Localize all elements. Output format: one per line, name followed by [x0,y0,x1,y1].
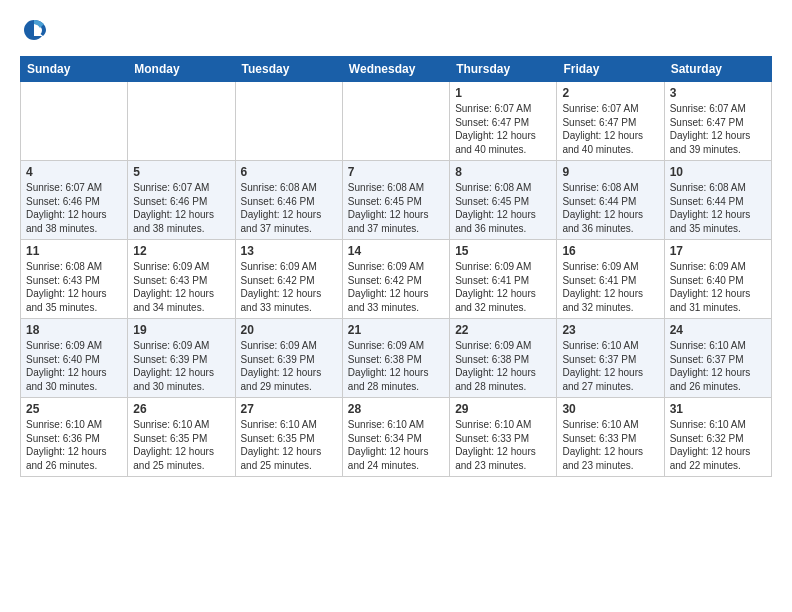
day-number: 2 [562,86,658,100]
page: SundayMondayTuesdayWednesdayThursdayFrid… [0,0,792,487]
day-number: 28 [348,402,444,416]
day-info: Sunrise: 6:10 AM Sunset: 6:36 PM Dayligh… [26,418,122,472]
empty-cell [21,82,128,161]
day-info: Sunrise: 6:09 AM Sunset: 6:40 PM Dayligh… [670,260,766,314]
day-number: 24 [670,323,766,337]
weekday-sunday: Sunday [21,57,128,82]
weekday-header-row: SundayMondayTuesdayWednesdayThursdayFrid… [21,57,772,82]
day-number: 9 [562,165,658,179]
day-info: Sunrise: 6:10 AM Sunset: 6:33 PM Dayligh… [562,418,658,472]
day-cell-10: 10Sunrise: 6:08 AM Sunset: 6:44 PM Dayli… [664,161,771,240]
day-info: Sunrise: 6:09 AM Sunset: 6:39 PM Dayligh… [133,339,229,393]
day-number: 18 [26,323,122,337]
day-cell-27: 27Sunrise: 6:10 AM Sunset: 6:35 PM Dayli… [235,398,342,477]
day-cell-14: 14Sunrise: 6:09 AM Sunset: 6:42 PM Dayli… [342,240,449,319]
day-cell-3: 3Sunrise: 6:07 AM Sunset: 6:47 PM Daylig… [664,82,771,161]
logo [20,16,50,44]
day-cell-15: 15Sunrise: 6:09 AM Sunset: 6:41 PM Dayli… [450,240,557,319]
day-cell-13: 13Sunrise: 6:09 AM Sunset: 6:42 PM Dayli… [235,240,342,319]
day-info: Sunrise: 6:07 AM Sunset: 6:47 PM Dayligh… [562,102,658,156]
empty-cell [235,82,342,161]
day-cell-18: 18Sunrise: 6:09 AM Sunset: 6:40 PM Dayli… [21,319,128,398]
day-number: 10 [670,165,766,179]
day-cell-6: 6Sunrise: 6:08 AM Sunset: 6:46 PM Daylig… [235,161,342,240]
day-number: 20 [241,323,337,337]
weekday-monday: Monday [128,57,235,82]
day-cell-23: 23Sunrise: 6:10 AM Sunset: 6:37 PM Dayli… [557,319,664,398]
day-cell-11: 11Sunrise: 6:08 AM Sunset: 6:43 PM Dayli… [21,240,128,319]
day-info: Sunrise: 6:09 AM Sunset: 6:38 PM Dayligh… [455,339,551,393]
day-number: 14 [348,244,444,258]
day-cell-9: 9Sunrise: 6:08 AM Sunset: 6:44 PM Daylig… [557,161,664,240]
day-info: Sunrise: 6:10 AM Sunset: 6:34 PM Dayligh… [348,418,444,472]
day-number: 15 [455,244,551,258]
day-info: Sunrise: 6:09 AM Sunset: 6:43 PM Dayligh… [133,260,229,314]
day-number: 16 [562,244,658,258]
empty-cell [128,82,235,161]
logo-icon [20,16,48,44]
day-number: 26 [133,402,229,416]
day-cell-25: 25Sunrise: 6:10 AM Sunset: 6:36 PM Dayli… [21,398,128,477]
day-info: Sunrise: 6:10 AM Sunset: 6:35 PM Dayligh… [241,418,337,472]
day-info: Sunrise: 6:08 AM Sunset: 6:43 PM Dayligh… [26,260,122,314]
day-number: 19 [133,323,229,337]
day-number: 25 [26,402,122,416]
day-info: Sunrise: 6:07 AM Sunset: 6:47 PM Dayligh… [455,102,551,156]
weekday-tuesday: Tuesday [235,57,342,82]
day-cell-22: 22Sunrise: 6:09 AM Sunset: 6:38 PM Dayli… [450,319,557,398]
day-info: Sunrise: 6:10 AM Sunset: 6:37 PM Dayligh… [670,339,766,393]
weekday-wednesday: Wednesday [342,57,449,82]
day-info: Sunrise: 6:09 AM Sunset: 6:38 PM Dayligh… [348,339,444,393]
day-info: Sunrise: 6:08 AM Sunset: 6:46 PM Dayligh… [241,181,337,235]
day-number: 29 [455,402,551,416]
day-cell-16: 16Sunrise: 6:09 AM Sunset: 6:41 PM Dayli… [557,240,664,319]
day-number: 30 [562,402,658,416]
day-cell-17: 17Sunrise: 6:09 AM Sunset: 6:40 PM Dayli… [664,240,771,319]
day-cell-24: 24Sunrise: 6:10 AM Sunset: 6:37 PM Dayli… [664,319,771,398]
day-number: 31 [670,402,766,416]
day-number: 22 [455,323,551,337]
day-info: Sunrise: 6:07 AM Sunset: 6:46 PM Dayligh… [26,181,122,235]
week-row-3: 11Sunrise: 6:08 AM Sunset: 6:43 PM Dayli… [21,240,772,319]
empty-cell [342,82,449,161]
day-number: 11 [26,244,122,258]
calendar: SundayMondayTuesdayWednesdayThursdayFrid… [20,56,772,477]
day-cell-21: 21Sunrise: 6:09 AM Sunset: 6:38 PM Dayli… [342,319,449,398]
day-cell-29: 29Sunrise: 6:10 AM Sunset: 6:33 PM Dayli… [450,398,557,477]
day-cell-5: 5Sunrise: 6:07 AM Sunset: 6:46 PM Daylig… [128,161,235,240]
day-info: Sunrise: 6:09 AM Sunset: 6:42 PM Dayligh… [348,260,444,314]
day-info: Sunrise: 6:08 AM Sunset: 6:44 PM Dayligh… [562,181,658,235]
day-number: 6 [241,165,337,179]
day-cell-31: 31Sunrise: 6:10 AM Sunset: 6:32 PM Dayli… [664,398,771,477]
day-number: 13 [241,244,337,258]
day-number: 17 [670,244,766,258]
day-cell-26: 26Sunrise: 6:10 AM Sunset: 6:35 PM Dayli… [128,398,235,477]
day-info: Sunrise: 6:07 AM Sunset: 6:46 PM Dayligh… [133,181,229,235]
day-info: Sunrise: 6:10 AM Sunset: 6:35 PM Dayligh… [133,418,229,472]
day-info: Sunrise: 6:07 AM Sunset: 6:47 PM Dayligh… [670,102,766,156]
week-row-5: 25Sunrise: 6:10 AM Sunset: 6:36 PM Dayli… [21,398,772,477]
day-cell-30: 30Sunrise: 6:10 AM Sunset: 6:33 PM Dayli… [557,398,664,477]
day-cell-2: 2Sunrise: 6:07 AM Sunset: 6:47 PM Daylig… [557,82,664,161]
day-info: Sunrise: 6:09 AM Sunset: 6:40 PM Dayligh… [26,339,122,393]
day-cell-28: 28Sunrise: 6:10 AM Sunset: 6:34 PM Dayli… [342,398,449,477]
day-cell-1: 1Sunrise: 6:07 AM Sunset: 6:47 PM Daylig… [450,82,557,161]
header [20,16,772,44]
day-info: Sunrise: 6:09 AM Sunset: 6:42 PM Dayligh… [241,260,337,314]
day-number: 12 [133,244,229,258]
day-info: Sunrise: 6:08 AM Sunset: 6:44 PM Dayligh… [670,181,766,235]
day-info: Sunrise: 6:09 AM Sunset: 6:39 PM Dayligh… [241,339,337,393]
day-cell-20: 20Sunrise: 6:09 AM Sunset: 6:39 PM Dayli… [235,319,342,398]
day-info: Sunrise: 6:08 AM Sunset: 6:45 PM Dayligh… [455,181,551,235]
day-number: 5 [133,165,229,179]
day-number: 7 [348,165,444,179]
week-row-1: 1Sunrise: 6:07 AM Sunset: 6:47 PM Daylig… [21,82,772,161]
day-info: Sunrise: 6:09 AM Sunset: 6:41 PM Dayligh… [455,260,551,314]
day-info: Sunrise: 6:10 AM Sunset: 6:37 PM Dayligh… [562,339,658,393]
day-cell-19: 19Sunrise: 6:09 AM Sunset: 6:39 PM Dayli… [128,319,235,398]
day-number: 23 [562,323,658,337]
week-row-2: 4Sunrise: 6:07 AM Sunset: 6:46 PM Daylig… [21,161,772,240]
day-cell-7: 7Sunrise: 6:08 AM Sunset: 6:45 PM Daylig… [342,161,449,240]
week-row-4: 18Sunrise: 6:09 AM Sunset: 6:40 PM Dayli… [21,319,772,398]
day-number: 21 [348,323,444,337]
